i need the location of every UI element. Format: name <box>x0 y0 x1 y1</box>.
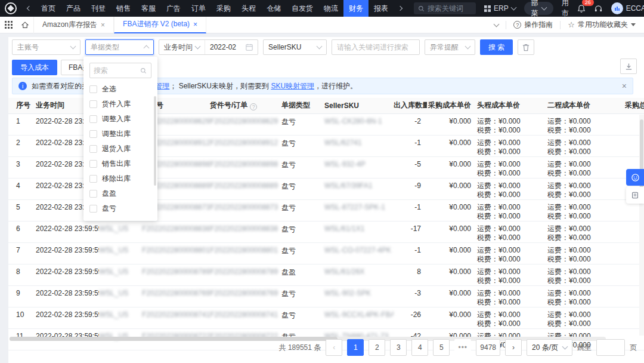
close-icon[interactable]: × <box>193 20 197 29</box>
option-sales-outbound[interactable]: 销售出库 <box>83 156 157 171</box>
cell-first-leg: 运费：¥0.000税费：¥0.000 <box>477 135 547 156</box>
option-shipment-inbound[interactable]: 货件入库 <box>83 97 157 112</box>
all-menu-button[interactable]: 全部菜单 <box>524 2 553 15</box>
checkbox[interactable] <box>89 145 97 153</box>
cell-purchase: ¥0.000 <box>427 178 477 199</box>
nav-item-ads[interactable]: 广告 <box>161 0 186 17</box>
vertical-scrollbar[interactable] <box>639 115 644 336</box>
doc-type-select[interactable]: 单据类型 <box>85 39 154 55</box>
tabs-dropdown-icon[interactable] <box>494 21 500 27</box>
nav-item-orders[interactable]: 订单 <box>186 0 211 17</box>
checkbox[interactable] <box>89 85 97 93</box>
cell-doc-type: 盘亏 <box>281 135 324 156</box>
checkbox[interactable] <box>89 190 97 198</box>
alert-select[interactable]: 异常提醒 <box>425 39 475 55</box>
checkbox[interactable] <box>89 175 97 183</box>
nav-item-first-leg[interactable]: 头程 <box>236 0 261 17</box>
alert-close-icon[interactable]: × <box>622 81 627 91</box>
notifications-bell-icon[interactable]: 26 <box>577 4 586 13</box>
close-icon[interactable]: × <box>101 21 105 29</box>
cell-second-leg: 运费：¥0.000税费：¥0.000 <box>547 307 625 328</box>
checkbox[interactable] <box>89 130 97 138</box>
checkbox[interactable] <box>89 160 97 168</box>
feedback-chat-button[interactable] <box>626 169 644 186</box>
help-circle-icon[interactable]: ? <box>250 103 257 110</box>
apps-grid-icon[interactable] <box>0 17 17 33</box>
nav-item-sales[interactable]: 销售 <box>111 0 136 17</box>
cell-index: 5 <box>8 199 36 221</box>
home-icon[interactable] <box>17 17 33 33</box>
document-helper-button[interactable] <box>626 187 644 204</box>
option-inventory-overage[interactable]: 盘盈 <box>83 186 157 201</box>
nav-item-listing[interactable]: 刊登 <box>86 0 111 17</box>
erp-grid-icon <box>484 5 491 12</box>
nav-item-self-delivery[interactable]: 自发货 <box>286 0 318 17</box>
business-time-picker[interactable]: 业务时间 2022-02 <box>159 39 258 55</box>
nav-item-finance[interactable]: 财务 <box>343 0 369 17</box>
dropdown-scrollbar[interactable] <box>154 96 156 186</box>
import-cost-button[interactable]: 导入成本 <box>12 60 57 75</box>
cell-shipment: F2022022800008789 <box>210 264 281 285</box>
checkbox[interactable] <box>89 205 97 213</box>
sku-mapping-mgmt-link[interactable]: SKU映射管理 <box>271 82 314 90</box>
operation-guide-link[interactable]: ? 操作指南 <box>513 20 553 30</box>
page-button[interactable]: 2 <box>369 339 385 356</box>
option-inventory-shortage[interactable]: 盘亏 <box>83 201 157 216</box>
support-headset-icon[interactable] <box>594 4 603 13</box>
total-count: 共 189551 条 <box>279 343 321 353</box>
cell-doc-type: 盘亏 <box>281 307 324 328</box>
dropdown-search-input[interactable] <box>94 66 138 75</box>
next-page-button[interactable]: › <box>505 339 522 356</box>
nav-item-warehouse[interactable]: 仓储 <box>261 0 286 17</box>
checkbox[interactable] <box>89 100 97 108</box>
tab-fba-stock-v2[interactable]: FBA进销存 V2 (beta)× <box>114 17 206 33</box>
cell-batch: F2022022800008789 <box>142 264 210 285</box>
page-button[interactable]: 1 <box>347 339 364 356</box>
option-adjust-outbound[interactable]: 调整出库 <box>83 127 157 141</box>
nav-item-service[interactable]: 客服 <box>136 0 161 17</box>
cell-first-leg: 运费：¥0.000税费：¥0.000 <box>477 221 547 242</box>
main-panel: 主账号 单据类型 业务时间 2022-02 SellerSKU 异常提醒 搜 索… <box>8 37 644 363</box>
cell-index: 3 <box>8 156 36 178</box>
option-return-inbound[interactable]: 退货入库 <box>83 141 157 156</box>
table-row: 72022-02-28 23:59:59WSL_USF2022022800008… <box>8 242 644 264</box>
nav-item-reports[interactable]: 报表 <box>369 0 394 17</box>
cell-second-leg: 运费：¥0.000税费：¥0.000 <box>547 178 625 199</box>
per-page-select[interactable]: 20 条/页 <box>527 339 572 356</box>
nav-scroll-right-icon[interactable] <box>396 4 405 13</box>
account-select[interactable]: 主账号 <box>12 39 80 55</box>
col-first-leg: 头程成本单价 <box>477 98 547 113</box>
nav-scroll-left-icon[interactable] <box>24 4 33 13</box>
nav-item-purchase[interactable]: 采购 <box>211 0 236 17</box>
cell-qty: -1 <box>394 242 427 264</box>
last-page-button[interactable]: 9478 <box>476 339 500 356</box>
page-button[interactable]: 3 <box>390 339 407 356</box>
page-button[interactable]: 4 <box>411 339 428 356</box>
erp-switcher[interactable]: ERP <box>484 4 516 13</box>
checkbox[interactable] <box>89 115 97 123</box>
option-select-all[interactable]: 全选 <box>83 82 157 97</box>
page-button[interactable]: 5 <box>433 339 450 356</box>
nav-item-product[interactable]: 产品 <box>61 0 86 17</box>
nav-item-home[interactable]: 首页 <box>36 0 61 17</box>
download-button[interactable] <box>620 59 637 74</box>
cell-batch: F2022022800008801 <box>142 242 210 264</box>
search-button[interactable]: 搜 索 <box>480 39 513 55</box>
account-menu[interactable]: ECCANG <box>611 2 644 14</box>
option-adjust-inbound[interactable]: 调整入库 <box>83 112 157 127</box>
dropdown-search[interactable] <box>89 63 151 78</box>
ellipsis[interactable]: ••• <box>454 339 471 356</box>
global-search-input[interactable]: 搜索关键词 <box>414 2 476 14</box>
cell-account: WSL_US <box>99 242 142 264</box>
tab-amazon-inventory-report[interactable]: Amazon库存报告× <box>33 17 114 33</box>
keyword-input[interactable] <box>332 39 420 55</box>
clear-trash-button[interactable] <box>518 39 534 55</box>
option-removal-outbound[interactable]: 移除出库 <box>83 171 157 186</box>
doc-type-dropdown: 全选 货件入库 调整入库 调整出库 退货入库 销售出库 移除出库 盘盈 盘亏 <box>83 57 157 221</box>
favorites-menu[interactable]: ☆ 常用功能收藏夹 <box>568 20 636 30</box>
seller-sku-select[interactable]: SellerSKU <box>263 39 327 55</box>
jump-page-input[interactable] <box>596 339 625 356</box>
nav-item-logistics[interactable]: 物流 <box>318 0 343 17</box>
prev-page-button[interactable]: ‹ <box>326 339 342 356</box>
cell-shipment: F2022022800008889 <box>210 178 281 199</box>
